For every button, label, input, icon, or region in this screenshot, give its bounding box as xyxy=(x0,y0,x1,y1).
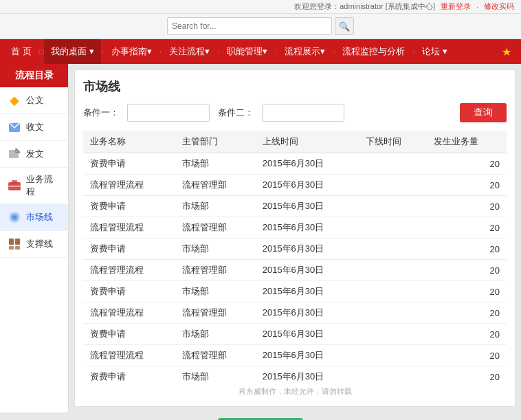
query-button[interactable]: 查询 xyxy=(460,103,507,122)
market-icon xyxy=(7,210,22,225)
table-row[interactable]: 资费申请市场部2015年6月30日20 xyxy=(83,153,507,175)
search-button[interactable]: 🔍 xyxy=(335,17,354,35)
col-header-dept: 主管部门 xyxy=(175,131,255,153)
cell-7-1: 流程管理部 xyxy=(175,302,255,324)
cell-5-2: 2015年6月30日 xyxy=(256,260,359,281)
cell-10-1: 市场部 xyxy=(175,366,255,386)
cell-1-3 xyxy=(359,175,427,196)
svg-rect-15 xyxy=(15,246,20,250)
cell-4-3 xyxy=(359,239,427,260)
table-row[interactable]: 流程管理流程流程管理部2015年6月30日20 xyxy=(83,345,507,366)
favorites-star[interactable]: ★ xyxy=(496,45,517,58)
cell-8-4: 20 xyxy=(427,324,507,345)
table-row[interactable]: 流程管理流程流程管理部2015年6月30日20 xyxy=(83,175,507,196)
nav-forum[interactable]: 论坛 ▾ xyxy=(415,39,454,64)
table-row[interactable]: 流程管理流程流程管理部2015年6月30日20 xyxy=(83,302,507,324)
sidebar-item-business[interactable]: 业务流程 xyxy=(0,168,68,204)
sidebar-label-market: 市场线 xyxy=(26,211,53,223)
cell-7-0: 流程管理流程 xyxy=(83,302,175,324)
table-header-row: 业务名称 主管部门 上线时间 下线时间 发生业务量 xyxy=(83,131,507,153)
search-bar: 🔍 xyxy=(0,14,521,39)
col-header-name: 业务名称 xyxy=(83,131,175,153)
table-row[interactable]: 资费申请市场部2015年6月30日20 xyxy=(83,239,507,260)
table-row[interactable]: 资费申请市场部2015年6月30日20 xyxy=(83,366,507,386)
modify-link[interactable]: 修改实码 xyxy=(484,1,514,12)
col-header-online: 上线时间 xyxy=(256,131,359,153)
nav-desktop-label: 我的桌面 ▾ xyxy=(51,45,94,58)
cell-6-4: 20 xyxy=(427,281,507,302)
cell-5-1: 流程管理部 xyxy=(175,260,255,281)
cell-9-4: 20 xyxy=(427,345,507,366)
search-input[interactable] xyxy=(167,17,332,35)
table-row[interactable]: 资费申请市场部2015年6月30日20 xyxy=(83,196,507,217)
nav-home[interactable]: 首 页 xyxy=(4,39,38,64)
cell-4-4: 20 xyxy=(427,239,507,260)
sidebar-item-receive[interactable]: 收文 xyxy=(0,114,68,141)
table-row[interactable]: 流程管理流程流程管理部2015年6月30日20 xyxy=(83,260,507,281)
nav-manage[interactable]: 职能管理▾ xyxy=(220,39,274,64)
nav-home-label: 首 页 xyxy=(11,45,32,58)
nav-showcase[interactable]: 流程展示▾ xyxy=(278,39,332,64)
filter-input-2[interactable] xyxy=(262,104,344,122)
send-icon xyxy=(7,146,22,162)
nav-guide[interactable]: 办事指南▾ xyxy=(104,39,159,64)
cell-1-1: 流程管理部 xyxy=(175,175,255,196)
table-container: 业务名称 主管部门 上线时间 下线时间 发生业务量 资费申请市场部2015年6月… xyxy=(83,131,507,385)
filter-label-1: 条件一： xyxy=(83,107,119,119)
filter-row: 条件一： 条件二： 查询 xyxy=(83,103,507,122)
sidebar-item-official[interactable]: ◆ 公文 xyxy=(0,87,68,114)
sidebar-label-support: 支撑线 xyxy=(26,238,53,250)
cell-3-0: 流程管理流程 xyxy=(83,217,175,239)
filter-input-1[interactable] xyxy=(127,104,210,122)
reset-link[interactable]: 重新登录 xyxy=(441,1,471,12)
cell-2-0: 资费申请 xyxy=(83,196,175,217)
cell-6-3 xyxy=(359,281,427,302)
cell-1-4: 20 xyxy=(427,175,507,196)
sidebar-item-support[interactable]: 支撑线 xyxy=(0,231,68,258)
cell-3-4: 20 xyxy=(427,217,507,239)
cell-6-1: 市场部 xyxy=(175,281,255,302)
top-bar: 欢迎您登录：administrator [系统集成中心] 重新登录 · 修改实码 xyxy=(0,0,521,14)
cell-3-3 xyxy=(359,217,427,239)
nav-forum-label: 论坛 ▾ xyxy=(422,45,447,58)
nav-desktop[interactable]: 我的桌面 ▾ xyxy=(44,39,101,64)
support-icon xyxy=(7,236,22,252)
cell-4-0: 资费申请 xyxy=(83,239,175,260)
nav-follow[interactable]: 关注流程▾ xyxy=(162,39,217,64)
cell-8-2: 2015年6月30日 xyxy=(256,324,359,345)
sidebar-item-send[interactable]: 发文 xyxy=(0,141,68,168)
cell-9-1: 流程管理部 xyxy=(175,345,255,366)
business-icon xyxy=(7,178,22,193)
sidebar-label-business: 业务流程 xyxy=(26,173,61,198)
nav-monitor[interactable]: 流程监控与分析 xyxy=(335,39,412,64)
filter-label-2: 条件二： xyxy=(218,107,254,119)
cell-8-0: 资费申请 xyxy=(83,324,175,345)
cell-8-1: 市场部 xyxy=(175,324,255,345)
cell-5-0: 流程管理流程 xyxy=(83,260,175,281)
nav-follow-label: 关注流程▾ xyxy=(169,45,210,58)
receive-icon xyxy=(7,120,22,135)
table-row[interactable]: 资费申请市场部2015年6月30日20 xyxy=(83,281,507,302)
welcome-text: 欢迎您登录：administrator [系统集成中心] xyxy=(294,1,435,12)
col-header-amount: 发生业务量 xyxy=(427,131,507,153)
cell-5-3 xyxy=(359,260,427,281)
sidebar-label-receive: 收文 xyxy=(26,121,44,133)
cell-10-4: 20 xyxy=(427,366,507,386)
watermark: 肖永威制作，未经允许，请勿转载 xyxy=(83,385,507,398)
cell-10-3 xyxy=(359,366,427,386)
cell-0-0: 资费申请 xyxy=(83,153,175,175)
table-row[interactable]: 流程管理流程流程管理部2015年6月30日20 xyxy=(83,217,507,239)
cell-10-0: 资费申请 xyxy=(83,366,175,386)
svg-rect-13 xyxy=(15,239,20,245)
cell-7-3 xyxy=(359,302,427,324)
cell-9-0: 流程管理流程 xyxy=(83,345,175,366)
sidebar: 流程目录 ◆ 公文 收文 xyxy=(0,64,69,412)
svg-rect-12 xyxy=(9,239,14,245)
data-table: 业务名称 主管部门 上线时间 下线时间 发生业务量 资费申请市场部2015年6月… xyxy=(83,131,507,385)
svg-rect-14 xyxy=(9,246,14,250)
cell-3-1: 流程管理部 xyxy=(175,217,255,239)
nav-monitor-label: 流程监控与分析 xyxy=(342,45,405,58)
table-row[interactable]: 资费申请市场部2015年6月30日20 xyxy=(83,324,507,345)
nav-bar: 首 页 □ 我的桌面 ▾ · 办事指南▾ · 关注流程▾ · 职能管理▾ · 流… xyxy=(0,39,521,64)
sidebar-item-market[interactable]: 市场线 xyxy=(0,204,68,231)
